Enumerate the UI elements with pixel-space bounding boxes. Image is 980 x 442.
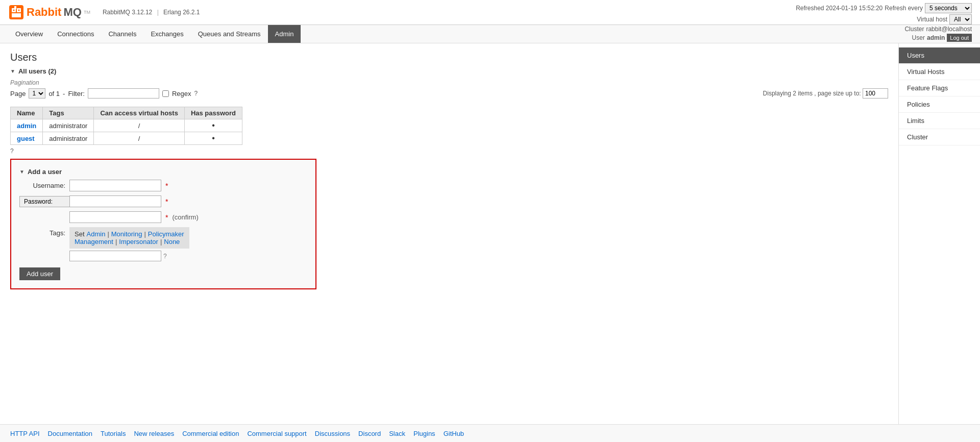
set-label: Set (75, 230, 85, 238)
sidebar-cluster[interactable]: Cluster (899, 129, 980, 145)
user-name[interactable]: admin (11, 119, 43, 132)
table-help[interactable]: ? (10, 148, 14, 155)
all-users-label: All users (2) (18, 67, 56, 75)
refresh-line: Refreshed 2024-01-19 15:52:20 Refresh ev… (796, 3, 972, 13)
filter-input[interactable] (88, 88, 159, 99)
filter-label: Filter: (68, 90, 85, 97)
password-input[interactable] (69, 195, 161, 207)
add-user-triangle: ▼ (19, 169, 24, 175)
vhost-select[interactable]: All (949, 14, 972, 24)
sidebar-limits[interactable]: Limits (899, 113, 980, 129)
cluster-label: Cluster (904, 26, 924, 33)
tag-management[interactable]: Management (75, 238, 113, 245)
cluster-line: Cluster rabbit@localhost (796, 26, 972, 33)
footer-link-commercial-edition[interactable]: Commercial edition (182, 430, 239, 437)
footer-link-new-releases[interactable]: New releases (134, 430, 174, 437)
add-user-button[interactable]: Add user (19, 267, 60, 280)
nav-admin[interactable]: Admin (268, 25, 301, 43)
username-input[interactable] (69, 180, 161, 191)
user-virtual-hosts: / (94, 132, 184, 145)
user-has-password: • (184, 119, 242, 132)
user-tags: administrator (43, 119, 94, 132)
filter-dash: - (63, 90, 65, 97)
svg-point-5 (13, 10, 15, 11)
username-row: Username: * (19, 180, 307, 191)
sidebar-policies[interactable]: Policies (899, 96, 980, 113)
add-user-label: Add a user (28, 168, 62, 176)
confirm-label: (confirm) (172, 213, 198, 221)
svg-rect-3 (12, 13, 21, 17)
logout-button[interactable]: Log out (947, 34, 972, 42)
nav-queues-streams[interactable]: Queues and Streams (191, 25, 268, 43)
user-tags: administrator (43, 132, 94, 145)
refresh-select[interactable]: 5 seconds 10 seconds 30 seconds 60 secon… (925, 3, 972, 13)
footer-link-http-api[interactable]: HTTP API (10, 430, 40, 437)
tags-set-row-1: Set Admin | Monitoring | Policymaker (75, 230, 184, 238)
refreshed-text: Refreshed 2024-01-19 15:52:20 (796, 5, 883, 12)
col-tags: Tags (43, 107, 94, 119)
page-size-input[interactable] (863, 88, 888, 99)
logo-rabbit-text: Rabbit (27, 6, 61, 19)
regex-help[interactable]: ? (194, 90, 198, 97)
regex-label: Regex (172, 90, 191, 97)
sidebar-feature-flags[interactable]: Feature Flags (899, 80, 980, 96)
cluster-value: rabbit@localhost (926, 26, 972, 33)
password-required: * (165, 198, 168, 206)
main: Users ▼ All users (2) Pagination Page 1 … (0, 43, 980, 424)
displaying-info: Displaying 2 items , page size up to: (198, 88, 888, 99)
page-title: Users (10, 52, 888, 63)
pagination-section: Pagination Page 1 of 1 - Filter: Regex ? (10, 79, 888, 99)
footer-link-plugins[interactable]: Plugins (413, 430, 435, 437)
all-users-header[interactable]: ▼ All users (2) (10, 67, 888, 75)
page-select[interactable]: 1 (29, 88, 45, 99)
nav-overview[interactable]: Overview (8, 25, 50, 43)
nav-exchanges[interactable]: Exchanges (143, 25, 190, 43)
logo-tm-text: TM (84, 10, 90, 15)
sidebar: Users Virtual Hosts Feature Flags Polici… (898, 43, 980, 424)
password-label: Password: Hashed password: (19, 196, 65, 207)
username-label: Username: (19, 182, 65, 189)
sidebar-virtual-hosts[interactable]: Virtual Hosts (899, 64, 980, 80)
footer-link-tutorials[interactable]: Tutorials (101, 430, 126, 437)
tag-monitoring[interactable]: Monitoring (111, 230, 142, 238)
user-virtual-hosts: / (94, 119, 184, 132)
regex-checkbox[interactable] (162, 90, 169, 97)
confirm-row: * (confirm) (19, 211, 307, 223)
nav-connections[interactable]: Connections (50, 25, 101, 43)
add-user-box: ▼ Add a user Username: * Password: Hashe… (10, 159, 316, 289)
tag-admin[interactable]: Admin (87, 230, 106, 238)
version-info: RabbitMQ 3.12.12 | Erlang 26.2.1 (103, 9, 200, 16)
sidebar-users[interactable]: Users (899, 47, 980, 64)
tag-policymaker[interactable]: Policymaker (148, 230, 184, 238)
user-value: admin (927, 34, 945, 41)
footer-link-commercial-support[interactable]: Commercial support (247, 430, 306, 437)
footer-link-discussions[interactable]: Discussions (315, 430, 350, 437)
footer-link-discord[interactable]: Discord (358, 430, 381, 437)
footer-link-github[interactable]: GitHub (444, 430, 464, 437)
footer-link-slack[interactable]: Slack (389, 430, 405, 437)
user-label: User (912, 34, 925, 41)
page-label: Page (10, 90, 26, 97)
tag-impersonator[interactable]: Impersonator (119, 238, 158, 245)
add-user-header[interactable]: ▼ Add a user (19, 168, 307, 176)
footer-link-documentation[interactable]: Documentation (48, 430, 92, 437)
user-has-password: • (184, 132, 242, 145)
erlang-version: Erlang 26.2.1 (163, 9, 200, 16)
svg-rect-4 (14, 6, 16, 9)
displaying-label: Displaying 2 items , page size up to: (763, 90, 861, 97)
user-line: User admin Log out (796, 34, 972, 42)
user-name[interactable]: guest (11, 132, 43, 145)
rabbitmq-logo-icon (8, 4, 24, 20)
nav-channels[interactable]: Channels (101, 25, 143, 43)
tags-help[interactable]: ? (163, 253, 167, 260)
table-row: admin administrator / • (11, 119, 242, 132)
content: Users ▼ All users (2) Pagination Page 1 … (0, 43, 898, 424)
of-label: of 1 (48, 90, 60, 97)
confirm-input[interactable] (69, 211, 161, 223)
tag-none[interactable]: None (164, 238, 180, 245)
pagination-controls: Page 1 of 1 - Filter: Regex ? (10, 88, 198, 99)
collapse-triangle: ▼ (10, 68, 15, 74)
tags-input[interactable] (69, 251, 161, 261)
logo-area: RabbitMQTM RabbitMQ 3.12.12 | Erlang 26.… (8, 4, 200, 20)
refresh-every-label: Refresh every (885, 5, 923, 12)
